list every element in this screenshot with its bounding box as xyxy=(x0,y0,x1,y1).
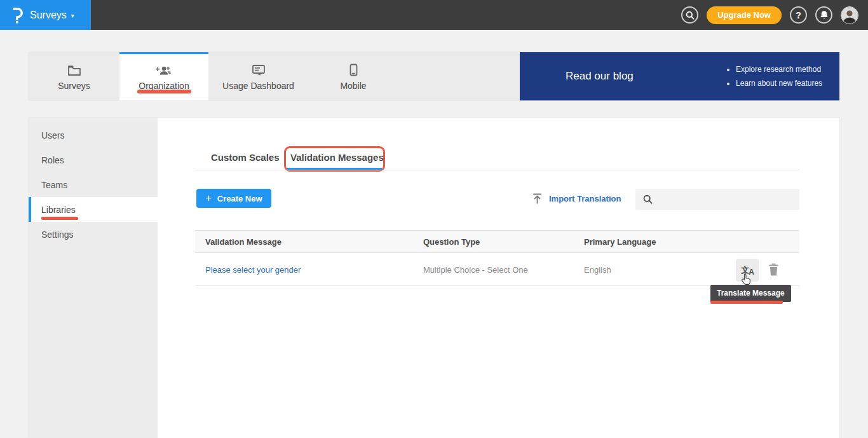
upgrade-now-button[interactable]: Upgrade Now xyxy=(707,6,782,24)
sidebar-item-label: Settings xyxy=(41,229,74,240)
sidebar-item-libraries[interactable]: Libraries xyxy=(29,197,158,222)
module-nav-strip: Surveys Organization Usage Dashboard Mob… xyxy=(29,52,839,100)
product-switcher[interactable]: Surveys ▾ xyxy=(0,0,91,30)
tab-label: Surveys xyxy=(58,81,90,91)
mobile-icon xyxy=(349,64,358,76)
sidebar-item-roles[interactable]: Roles xyxy=(29,147,158,172)
tab-mobile[interactable]: Mobile xyxy=(308,52,398,100)
tab-label: Mobile xyxy=(340,81,366,91)
table-row: Please select your gender Multiple Choic… xyxy=(195,253,799,286)
validation-messages-table: Validation Message Question Type Primary… xyxy=(195,230,799,286)
import-translation-link[interactable]: Import Translation xyxy=(532,193,621,204)
trash-icon xyxy=(768,263,783,277)
topbar-actions: Upgrade Now ? xyxy=(681,0,858,30)
search-icon xyxy=(686,11,695,20)
organization-panel: Users Roles Teams Libraries Settings Cus… xyxy=(29,118,839,438)
bell-icon xyxy=(820,10,829,20)
tabs-divider xyxy=(195,170,799,170)
topbar: Surveys ▾ Upgrade Now ? xyxy=(0,0,868,30)
plus-icon: + xyxy=(205,193,211,204)
dashboard-icon xyxy=(252,64,266,76)
questionpro-logo xyxy=(11,6,24,24)
cursor-pointer-icon xyxy=(741,273,752,286)
blog-bullet: Explore research method xyxy=(736,62,822,76)
folder-icon xyxy=(67,64,81,76)
table-header: Validation Message Question Type Primary… xyxy=(195,230,799,253)
product-label: Surveys xyxy=(30,10,67,21)
column-header-question-type: Question Type xyxy=(423,237,480,247)
create-new-label: Create New xyxy=(217,194,262,203)
module-tabs: Surveys Organization Usage Dashboard Mob… xyxy=(29,52,398,100)
sidebar-item-settings[interactable]: Settings xyxy=(29,222,158,247)
help-button[interactable]: ? xyxy=(790,6,807,24)
tab-usage-dashboard[interactable]: Usage Dashboard xyxy=(208,52,308,100)
primary-language-cell: English xyxy=(584,264,611,274)
sidebar-item-label: Libraries xyxy=(41,205,76,215)
search-button[interactable] xyxy=(681,6,698,24)
organization-sidebar: Users Roles Teams Libraries Settings xyxy=(29,118,158,438)
tab-custom-scales[interactable]: Custom Scales xyxy=(211,152,280,163)
column-header-primary-language: Primary Language xyxy=(584,237,656,247)
question-mark-icon: ? xyxy=(796,10,801,20)
validation-message-link[interactable]: Please select your gender xyxy=(205,264,301,274)
search-input[interactable] xyxy=(658,195,785,204)
sidebar-item-users[interactable]: Users xyxy=(29,123,158,147)
upload-icon xyxy=(532,193,542,204)
search-icon xyxy=(643,195,653,204)
sidebar-item-label: Users xyxy=(41,130,65,140)
blog-panel-title: Read our blog xyxy=(566,70,634,83)
sidebar-item-teams[interactable]: Teams xyxy=(29,172,158,197)
blog-promo-panel[interactable]: Read our blog Explore research method Le… xyxy=(520,52,839,100)
add-people-icon xyxy=(156,64,172,76)
annotation-underline-tooltip xyxy=(710,301,783,304)
annotation-underline-libraries xyxy=(41,217,78,220)
blog-panel-bullets: Explore research method Learn about new … xyxy=(726,62,822,90)
sidebar-item-label: Roles xyxy=(41,155,64,165)
table-search xyxy=(635,189,799,210)
user-avatar[interactable] xyxy=(841,6,858,24)
libraries-content: Custom Scales Validation Messages + Crea… xyxy=(158,118,839,438)
import-translation-label: Import Translation xyxy=(549,194,621,203)
translate-message-tooltip: Translate Message xyxy=(710,285,791,302)
sidebar-item-label: Teams xyxy=(41,180,67,190)
tab-surveys[interactable]: Surveys xyxy=(29,52,119,100)
blog-bullet: Learn about new features xyxy=(736,76,822,90)
tab-label: Usage Dashboard xyxy=(222,81,294,91)
notifications-button[interactable] xyxy=(815,6,832,24)
create-new-button[interactable]: + Create New xyxy=(196,189,271,208)
delete-message-button[interactable] xyxy=(768,261,783,278)
question-type-cell: Multiple Choice - Select One xyxy=(423,264,528,274)
column-header-validation-message: Validation Message xyxy=(205,237,281,247)
annotation-underline-organization xyxy=(137,90,191,93)
chevron-down-icon: ▾ xyxy=(71,11,74,19)
tab-validation-messages[interactable]: Validation Messages xyxy=(290,152,384,163)
